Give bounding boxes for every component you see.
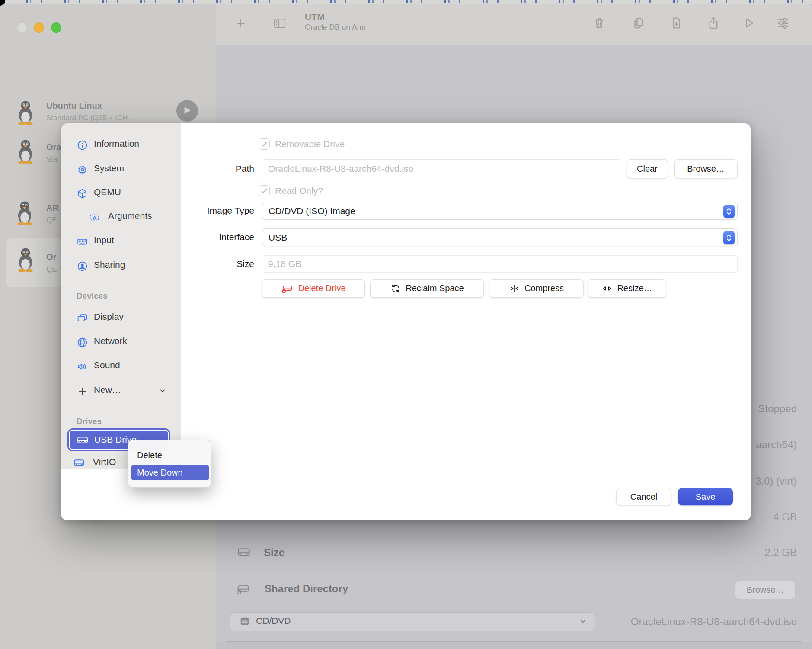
- delete-drive-button[interactable]: Delete Drive: [262, 279, 365, 298]
- devices-section-header: Devices: [77, 291, 108, 301]
- resize-icon: [601, 283, 613, 294]
- chevron-down-icon: [578, 615, 588, 628]
- nav-item-input[interactable]: Input: [61, 234, 181, 248]
- vm-title: Ubuntu Linux: [46, 101, 102, 111]
- image-type-label: Image Type: [181, 206, 254, 216]
- nav-item-new-device[interactable]: New…: [61, 383, 181, 398]
- save-button-label: Save: [696, 492, 716, 502]
- nav-item-label: Arguments: [108, 211, 152, 221]
- toggle-sidebar-icon: [272, 16, 288, 31]
- vm-settings-icon: [775, 16, 791, 30]
- save-button[interactable]: Save: [678, 488, 733, 505]
- path-label: Path: [181, 164, 254, 174]
- cancel-button-label: Cancel: [630, 492, 657, 502]
- size-row-value: 2,2 GB: [764, 546, 797, 559]
- minimize-button[interactable]: [34, 22, 44, 33]
- nav-item-label: Sharing: [94, 260, 125, 270]
- checkmark-icon: [260, 140, 269, 148]
- play-icon: [181, 104, 192, 117]
- size-label: Size: [181, 259, 254, 269]
- display-icon: [77, 312, 88, 324]
- drive-size-icon: [236, 545, 252, 559]
- shared-browse-button: Browse…: [735, 581, 796, 599]
- reclaim-space-label: Reclaim Space: [406, 283, 464, 293]
- nav-item-qemu[interactable]: QEMU: [61, 186, 181, 200]
- compress-icon: [509, 283, 520, 294]
- titlebar-left: [0, 4, 216, 45]
- nav-item-sound[interactable]: Sound: [61, 359, 181, 373]
- removable-drive-label: Removable Drive: [275, 139, 345, 149]
- interface-value: USB: [269, 232, 287, 242]
- nav-item-label: QEMU: [94, 187, 121, 197]
- vm-subtitle: Standard PC (Q35 + ICH…: [46, 114, 135, 122]
- shared-directory-label: Shared Directory: [265, 583, 348, 595]
- dialog-sidebar: Information System QEMU A Arguments Inpu…: [61, 123, 181, 469]
- shared-directory-icon: [235, 582, 251, 596]
- svg-text:A: A: [93, 215, 96, 220]
- vm-arch-value: aarch64): [756, 439, 797, 451]
- nav-item-label: Information: [94, 138, 139, 149]
- vm-status-value: Stopped: [758, 403, 797, 415]
- tux-icon: [15, 246, 36, 272]
- export-vm-icon: [669, 16, 684, 30]
- removable-drive-checkbox: [259, 138, 270, 150]
- keyboard-icon: [77, 236, 88, 247]
- read-only-label: Read Only?: [275, 186, 323, 196]
- delete-vm-icon: [592, 16, 607, 30]
- window-subtitle: Oracle DB on Arm: [305, 23, 366, 32]
- chevron-down-icon: [158, 386, 167, 395]
- clear-button[interactable]: Clear: [627, 159, 668, 178]
- menu-item-delete[interactable]: Delete: [131, 447, 209, 463]
- drive-icon: [73, 457, 86, 469]
- close-button[interactable]: [17, 22, 27, 33]
- dropdown-stepper-icon: [723, 205, 735, 218]
- reclaim-space-icon: [390, 283, 401, 294]
- vm-subtitle: QE: [46, 265, 57, 274]
- read-only-checkbox: [259, 185, 270, 196]
- drive-selector-value: CD/DVD: [256, 616, 291, 626]
- vm-title: Or: [46, 252, 56, 262]
- vm-machine-value: 3.0) (virt): [755, 475, 797, 487]
- vm-memory-value: 4 GB: [773, 511, 797, 523]
- cancel-button[interactable]: Cancel: [616, 488, 671, 505]
- reclaim-space-button[interactable]: Reclaim Space: [370, 279, 484, 298]
- cd-drive-icon: [239, 615, 251, 627]
- run-vm-icon: [741, 16, 756, 30]
- tux-icon: [15, 99, 36, 125]
- nav-item-label: Sound: [94, 360, 120, 370]
- resize-button[interactable]: Resize…: [588, 279, 666, 298]
- menu-item-move-down[interactable]: Move Down: [131, 465, 209, 480]
- image-type-dropdown[interactable]: CD/DVD (ISO) Image: [262, 202, 738, 220]
- globe-icon: [77, 337, 88, 348]
- interface-dropdown[interactable]: USB: [262, 228, 738, 246]
- image-type-value: CD/DVD (ISO) Image: [269, 206, 355, 216]
- browse-button-label: Browse…: [687, 164, 725, 174]
- path-field: OracleLinux-R8-U8-aarch64-dvd.iso: [262, 159, 621, 178]
- nav-item-label: Network: [94, 336, 127, 346]
- drives-section-header: Drives: [77, 417, 102, 426]
- checkmark-icon: [260, 186, 269, 195]
- person-circle-icon: [77, 260, 88, 272]
- tux-icon: [14, 199, 35, 225]
- nav-item-information[interactable]: Information: [61, 137, 181, 152]
- share-icon: [706, 16, 721, 30]
- nav-item-display[interactable]: Display: [61, 310, 181, 325]
- plus-icon: [77, 386, 88, 397]
- resize-label: Resize…: [617, 283, 652, 293]
- zoom-button[interactable]: [51, 22, 61, 33]
- compress-button[interactable]: Compress: [489, 279, 584, 298]
- drive-item-label: VirtIO: [93, 457, 116, 467]
- nav-item-network[interactable]: Network: [61, 334, 181, 349]
- desktop-background-sliver: [0, 0, 812, 4]
- browse-button[interactable]: Browse…: [674, 159, 738, 178]
- cpu-icon: [77, 164, 88, 176]
- size-field: 9,18 GB: [262, 255, 738, 273]
- vm-subtitle: Sta: [46, 155, 58, 164]
- nav-item-sharing[interactable]: Sharing: [61, 258, 181, 273]
- nav-item-system[interactable]: System: [61, 162, 181, 177]
- nav-item-arguments[interactable]: A Arguments: [61, 209, 181, 224]
- drive-context-menu: Delete Move Down: [128, 440, 211, 488]
- vm-play-button: [176, 100, 198, 122]
- speaker-icon: [77, 361, 88, 373]
- nav-item-label: Display: [94, 312, 124, 322]
